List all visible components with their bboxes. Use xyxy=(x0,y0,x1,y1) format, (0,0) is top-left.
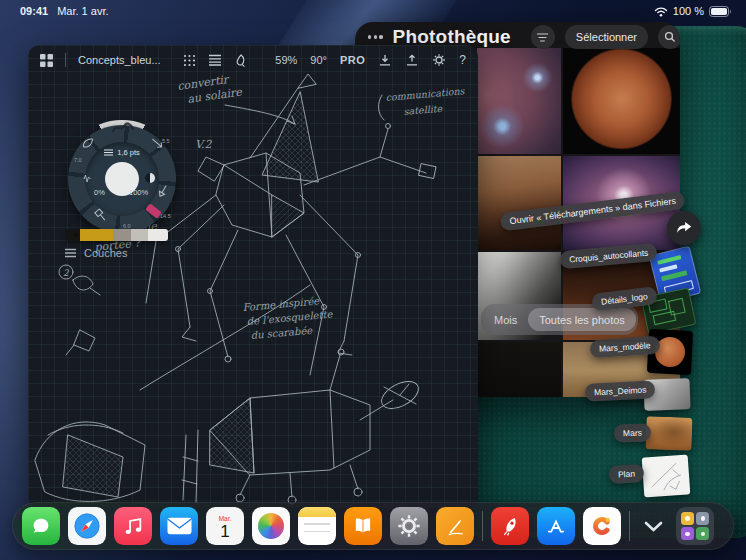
filter-button[interactable] xyxy=(531,25,555,49)
layers-label: Couches xyxy=(84,247,127,259)
wheel-size-1: 7.0 xyxy=(74,157,82,163)
annotation-circled-number: 2 xyxy=(63,268,70,278)
layers-icon xyxy=(64,248,77,258)
drag-label-plan[interactable]: Plan xyxy=(609,464,645,484)
tool-wheel[interactable]: 1,6 pts 0% 100% 7.0 5.5 14.5 6.0 xyxy=(68,125,176,233)
drag-thumb-mars-surface[interactable] xyxy=(645,416,692,451)
wheel-size-2: 5.5 xyxy=(162,138,170,144)
search-icon xyxy=(664,31,676,43)
drag-label-mars[interactable]: Mars xyxy=(614,423,651,442)
photos-flower-icon xyxy=(258,513,284,539)
opacity-max-label: 100% xyxy=(129,188,148,197)
share-forward-button[interactable] xyxy=(667,211,701,245)
swatch-gold[interactable] xyxy=(80,229,113,241)
dock-app-messages[interactable] xyxy=(22,507,60,545)
selected-swatch-dot xyxy=(74,233,78,237)
dock-app-notes[interactable] xyxy=(298,507,336,545)
contrast-icon[interactable] xyxy=(145,173,155,183)
sketch-artwork: convertir au solaire communications sate… xyxy=(28,45,478,508)
music-note-icon xyxy=(122,515,144,537)
dock-app-calendar[interactable]: Mar. 1 xyxy=(206,507,244,545)
chevron-down-icon xyxy=(644,521,663,532)
stroke-weight-icon xyxy=(104,149,113,156)
export-icon[interactable] xyxy=(405,54,419,67)
rotation-value[interactable]: 90° xyxy=(310,54,327,66)
pen-knife-icon xyxy=(443,514,467,538)
plan-sketch-lines xyxy=(642,454,691,497)
dock-app-rocket[interactable] xyxy=(491,507,529,545)
appstore-a-icon xyxy=(544,514,568,538)
gallery-icon[interactable] xyxy=(40,54,53,67)
precision-grid-icon[interactable] xyxy=(183,54,196,67)
safari-compass-icon xyxy=(71,510,103,542)
dock: Mar. 1 xyxy=(12,502,734,550)
pressure-curve-icon xyxy=(83,174,92,184)
brush-size-label: 1,6 pts xyxy=(68,148,176,157)
photo-dark-frame[interactable] xyxy=(477,342,561,397)
active-brush-icon xyxy=(111,121,135,135)
photo-horsehead-nebula[interactable] xyxy=(477,48,561,154)
ipad-screen: 09:41 Mar. 1 avr. 100 % Photothèque xyxy=(0,0,746,560)
drag-thumb-plan[interactable] xyxy=(642,454,691,497)
annotation-version: V.2 xyxy=(195,138,213,151)
settings-gear-glyph xyxy=(396,513,422,539)
dock-collapse-button[interactable] xyxy=(638,511,668,541)
swatch-gray[interactable] xyxy=(113,229,131,241)
photo-mars-ridge[interactable] xyxy=(477,156,561,250)
dock-app-books[interactable] xyxy=(344,507,382,545)
dock-app-concepts[interactable] xyxy=(436,507,474,545)
selection-tool-icon[interactable] xyxy=(234,54,247,67)
pro-badge[interactable]: PRO xyxy=(340,54,365,66)
concepts-toolbar: Concepts_bleu... 59% 90° PRO xyxy=(28,45,478,75)
dock-app-mail[interactable] xyxy=(160,507,198,545)
opacity-min-label: 0% xyxy=(94,188,105,197)
calendar-day: 1 xyxy=(220,523,229,541)
dock-app-photos[interactable] xyxy=(252,507,290,545)
battery-percent: 100 % xyxy=(673,5,704,17)
annotation-comms-2: satellite xyxy=(403,103,444,117)
settings-gear-icon[interactable] xyxy=(432,53,446,67)
wifi-icon xyxy=(654,6,668,17)
layers-menu-icon[interactable] xyxy=(208,54,222,66)
c-swirl-icon xyxy=(589,513,615,539)
concepts-window: convertir au solaire communications sate… xyxy=(28,45,478,508)
swatch-white[interactable] xyxy=(148,229,168,241)
forward-arrow-icon xyxy=(674,219,694,237)
import-icon[interactable] xyxy=(378,54,392,67)
layers-panel-toggle[interactable]: Couches xyxy=(64,247,127,259)
zoom-level[interactable]: 59% xyxy=(275,54,297,66)
more-icon[interactable] xyxy=(368,35,383,38)
tab-months[interactable]: Mois xyxy=(483,308,528,331)
tab-all-photos[interactable]: Toutes les photos xyxy=(528,308,636,331)
status-bar: 09:41 Mar. 1 avr. 100 % xyxy=(0,0,746,24)
filter-lines-icon xyxy=(537,33,548,42)
battery-icon xyxy=(709,6,732,17)
messages-bubble-icon xyxy=(29,515,53,537)
annotation-comms-1: communications xyxy=(385,85,466,103)
select-button[interactable]: Sélectionner xyxy=(565,25,648,49)
books-icon xyxy=(352,516,374,536)
photo-mars-planet[interactable] xyxy=(563,48,680,154)
rocket-icon xyxy=(498,514,522,538)
dock-app-c[interactable] xyxy=(583,507,621,545)
app-library-grid-icon xyxy=(681,512,710,541)
document-title[interactable]: Concepts_bleu... xyxy=(78,54,161,66)
dock-divider xyxy=(629,511,630,541)
dock-app-appstore[interactable] xyxy=(537,507,575,545)
dock-divider xyxy=(482,511,483,541)
color-swatch-bar xyxy=(66,229,168,241)
wheel-size-3: 14.5 xyxy=(160,213,171,219)
help-button[interactable]: ? xyxy=(459,53,466,67)
swatch-lightgray[interactable] xyxy=(131,229,147,241)
notes-yellow-band xyxy=(298,507,336,517)
toolbar-divider xyxy=(65,53,66,67)
dock-app-settings[interactable] xyxy=(390,507,428,545)
annotation-forme-3: du scarabée xyxy=(250,325,313,341)
mail-envelope-icon xyxy=(167,517,192,535)
status-date: Mar. 1 avr. xyxy=(57,5,108,17)
dock-app-safari[interactable] xyxy=(68,507,106,545)
dock-app-library[interactable] xyxy=(676,507,714,545)
dock-app-music[interactable] xyxy=(114,507,152,545)
status-time: 09:41 xyxy=(20,5,48,17)
drag-label-mars-deimos[interactable]: Mars_Deimos xyxy=(585,380,656,402)
